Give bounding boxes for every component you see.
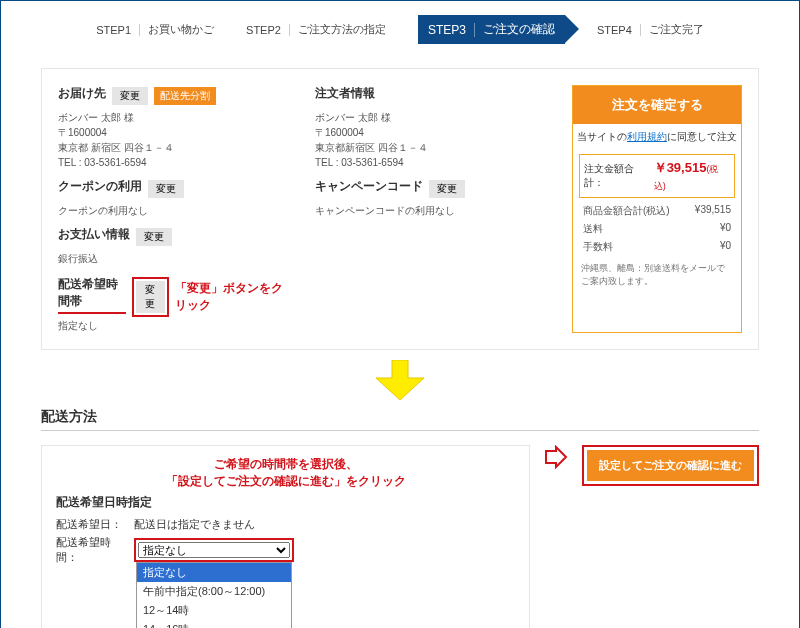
change-delivery-time-button[interactable]: 変更 bbox=[136, 281, 165, 313]
total-value: ￥39,515(税込) bbox=[654, 159, 730, 193]
delivery-date-value: 配送日は指定できません bbox=[134, 517, 255, 532]
step-text: ご注文完了 bbox=[649, 22, 704, 37]
option-14-16[interactable]: 14～16時 bbox=[137, 620, 291, 628]
delivery-tel: TEL : 03-5361-6594 bbox=[58, 155, 291, 170]
delivery-name: ボンバー 太郎 様 bbox=[58, 110, 291, 125]
step-3[interactable]: STEP3 ご注文の確認 bbox=[418, 15, 565, 44]
step-3-active-highlight: STEP3 ご注文の確認 bbox=[418, 15, 565, 44]
delivery-time-label: 配送希望時間： bbox=[56, 535, 128, 565]
delivery-datetime-title: 配送希望日時指定 bbox=[56, 494, 515, 511]
option-none[interactable]: 指定なし bbox=[137, 563, 291, 582]
step-4[interactable]: STEP4 ご注文完了 bbox=[597, 15, 704, 44]
summary-line-shipping: 送料¥0 bbox=[573, 220, 741, 238]
delivery-datetime-box: ご希望の時間帯を選択後、 「設定してご注文の確認に進む」をクリック 配送希望日時… bbox=[41, 445, 530, 628]
delivery-method-section: 配送方法 ご希望の時間帯を選択後、 「設定してご注文の確認に進む」をクリック 配… bbox=[41, 408, 759, 628]
arrow-down-icon bbox=[376, 360, 424, 400]
step-label: STEP1 bbox=[96, 24, 131, 36]
delivery-zip: 〒1600004 bbox=[58, 125, 291, 140]
change-payment-button[interactable]: 変更 bbox=[136, 228, 172, 246]
change-coupon-button[interactable]: 変更 bbox=[148, 180, 184, 198]
coupon-value: クーポンの利用なし bbox=[58, 203, 291, 218]
delivery-time-value: 指定なし bbox=[58, 318, 291, 333]
step-2[interactable]: STEP2 ご注文方法の指定 bbox=[246, 15, 386, 44]
delivery-addr: 東京都 新宿区 四谷１－４ bbox=[58, 140, 291, 155]
step-label: STEP3 bbox=[428, 23, 466, 37]
step-label: STEP2 bbox=[246, 24, 281, 36]
separator bbox=[640, 24, 641, 36]
step-text: ご注文の確認 bbox=[483, 21, 555, 38]
campaign-value: キャンペーンコードの利用なし bbox=[315, 203, 548, 218]
step-1[interactable]: STEP1 お買い物かご bbox=[96, 15, 214, 44]
separator bbox=[139, 24, 140, 36]
campaign-title: キャンペーンコード bbox=[315, 178, 423, 195]
split-delivery-badge[interactable]: 配送先分割 bbox=[154, 87, 216, 105]
confirm-order-button[interactable]: 注文を確定する bbox=[573, 86, 741, 124]
proceed-to-confirm-button[interactable]: 設定してご注文の確認に進む bbox=[587, 450, 754, 481]
payment-title: お支払い情報 bbox=[58, 226, 130, 243]
change-campaign-button[interactable]: 変更 bbox=[429, 180, 465, 198]
change-delivery-button[interactable]: 変更 bbox=[112, 87, 148, 105]
option-am[interactable]: 午前中指定(8:00～12:00) bbox=[137, 582, 291, 601]
step-text: お買い物かご bbox=[148, 22, 214, 37]
proceed-button-highlight: 設定してご注文の確認に進む bbox=[582, 445, 759, 486]
summary-footnote: 沖縄県、離島：別途送料をメールでご案内致します。 bbox=[573, 256, 741, 294]
summary-line-subtotal: 商品金額合計(税込)¥39,515 bbox=[573, 202, 741, 220]
summary-line-fee: 手数料¥0 bbox=[573, 238, 741, 256]
agree-note: 当サイトの利用規約に同意して注文 bbox=[573, 124, 741, 150]
arrow-right-icon bbox=[544, 445, 568, 472]
delivery-time-options: 指定なし 午前中指定(8:00～12:00) 12～14時 14～16時 16～… bbox=[136, 562, 292, 628]
orderer-title: 注文者情報 bbox=[315, 85, 375, 102]
instruction-line-1: ご希望の時間帯を選択後、 bbox=[56, 456, 515, 473]
checkout-steps: STEP1 お買い物かご STEP2 ご注文方法の指定 STEP3 ご注文の確認… bbox=[5, 5, 795, 68]
terms-link[interactable]: 利用規約 bbox=[627, 131, 667, 142]
order-summary: 注文を確定する 当サイトの利用規約に同意して注文 注文金額合計： ￥39,515… bbox=[572, 85, 742, 333]
change-time-highlight: 変更 bbox=[132, 277, 169, 317]
delivery-method-heading: 配送方法 bbox=[41, 408, 759, 431]
delivery-date-label: 配送希望日： bbox=[56, 517, 128, 532]
separator bbox=[474, 23, 475, 37]
step-label: STEP4 bbox=[597, 24, 632, 36]
payment-value: 銀行振込 bbox=[58, 251, 291, 266]
order-confirm-panel: お届け先 変更 配送先分割 ボンバー 太郎 様 〒1600004 東京都 新宿区… bbox=[41, 68, 759, 350]
instruction-line-2: 「設定してご注文の確認に進む」をクリック bbox=[56, 473, 515, 490]
orderer-addr: 東京都新宿区 四谷１－４ bbox=[315, 140, 548, 155]
delivery-time-title: 配送希望時間帯 bbox=[58, 276, 126, 314]
orderer-tel: TEL : 03-5361-6594 bbox=[315, 155, 548, 170]
orderer-name: ボンバー 太郎 様 bbox=[315, 110, 548, 125]
delivery-time-select[interactable]: 指定なし bbox=[138, 542, 290, 558]
coupon-title: クーポンの利用 bbox=[58, 178, 142, 195]
change-button-note: 「変更」ボタンをクリック bbox=[175, 280, 291, 314]
separator bbox=[289, 24, 290, 36]
order-total-row: 注文金額合計： ￥39,515(税込) bbox=[579, 154, 735, 198]
delivery-time-select-highlight: 指定なし 指定なし 午前中指定(8:00～12:00) 12～14時 14～16… bbox=[134, 538, 294, 562]
total-label: 注文金額合計： bbox=[584, 162, 654, 190]
svg-marker-1 bbox=[546, 447, 566, 467]
orderer-zip: 〒1600004 bbox=[315, 125, 548, 140]
option-12-14[interactable]: 12～14時 bbox=[137, 601, 291, 620]
svg-marker-0 bbox=[376, 360, 424, 400]
step-text: ご注文方法の指定 bbox=[298, 22, 386, 37]
delivery-to-title: お届け先 bbox=[58, 85, 106, 102]
